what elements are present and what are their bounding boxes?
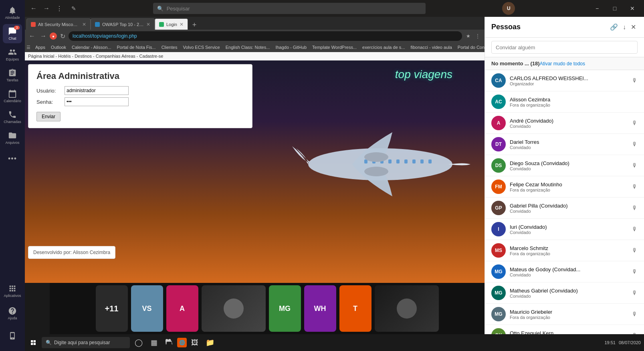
taskbar-search-bar[interactable]: 🔍 Digite aqui para pesquisar [42,337,130,348]
tab-close-1[interactable]: ✕ [146,22,150,27]
browser-container: Alt Security Misconfiguration p... ✕ OWA… [25,17,485,283]
bookmark-english[interactable]: English Class: Notes... [223,44,273,50]
bookmark-exercicios[interactable]: exercícios aula de s... [360,44,407,50]
video-thumb-extra[interactable]: +11 [96,285,128,332]
browser-tab-1[interactable]: OWASP Top 10 - 2017 ✕ [91,18,155,30]
mg-label: MG [279,305,291,313]
bookmark-portal2[interactable]: Portal do Conhec... [455,44,485,50]
taskbar-icon-6[interactable]: 📁 [203,335,217,350]
tab-close-2[interactable]: ✕ [180,22,184,27]
video-thumb-mg[interactable]: MG [269,285,301,332]
taskbar: 🔍 Digite aqui para pesquisar ◯ ▦ 🌐 🖼 📁 1… [25,334,644,351]
bookmark-outlook[interactable]: Outlook [48,44,69,50]
addr-more[interactable]: ⋮ [473,32,482,40]
person-avatar-2: A [491,116,506,130]
sidebar-label-atividade: Atividade [5,16,20,20]
sidebar-item-chamadas[interactable]: Chamadas [3,107,22,127]
browser-reload[interactable]: ● [50,32,57,40]
people-download-icon[interactable]: ↓ [621,22,628,32]
bookmark-clientes[interactable]: Clientes [159,44,180,50]
taskbar-icon-2[interactable]: ▦ [147,335,161,350]
sidebar-item-atividade[interactable]: Atividade [3,3,22,22]
person-item-10[interactable]: MG Matheus Gabriel (Convidado) Convidado… [485,282,644,304]
person-item-7[interactable]: I Iuri (Convidado) Convidado 🎙 [485,219,644,240]
sidebar-item-arquivos[interactable]: Arquivos [3,128,22,147]
person-item-5[interactable]: FM Felipe Cezar Moutinho Fora da organiz… [485,176,644,198]
invite-input[interactable] [491,41,638,54]
people-header: Pessoas 🔗 ↓ ✕ [485,17,644,38]
start-button[interactable] [25,334,42,351]
taskbar-icon-1[interactable]: ◯ [131,335,146,350]
people-close-icon[interactable]: ✕ [629,22,638,32]
person-item-11[interactable]: MG Mauricio Griebeler Fora da organizaçã… [485,304,644,325]
person-item-4[interactable]: DS Diego Souza (Convidado) Convidado 🎙 [485,155,644,176]
sidebar-item-equipes[interactable]: Equipes [3,45,22,64]
sidebar-item-tarefas[interactable]: Tarefas [3,66,22,85]
browser-tab-2[interactable]: Login ✕ [155,18,188,30]
bookmark-portal[interactable]: Portal de Nota Fis... [114,44,158,50]
person-info-6: Gabriel Pilla (Convidado) Convidado [510,203,632,214]
sidebar-item-apps[interactable]: Aplicativos [3,281,22,301]
taskbar-icon-4[interactable]: 🌐 [177,338,187,347]
taskbar-icon-5[interactable]: 🖼 [188,335,202,350]
person-item-6[interactable]: GP Gabriel Pilla (Convidado) Convidado 🎙 [485,198,644,219]
mic-icon-3: 🎙 [632,141,638,147]
person-avatar-3: DT [491,137,506,151]
search-bar[interactable]: 🔍 Pesquisar [153,3,426,14]
bookmark-fibonacci[interactable]: fibonacci - video aula [408,44,454,50]
bookmark-apps[interactable]: Apps [33,44,48,50]
browser-back[interactable]: ← [27,32,37,40]
title-bar: ← → ⋮ ✎ 🔍 Pesquisar U − □ ✕ [25,0,644,17]
tab-label-2: Login [166,22,177,27]
new-tab-button[interactable]: + [190,20,199,30]
video-thumb-live2[interactable] [375,285,439,332]
search-placeholder: Pesquisar [167,6,190,12]
person-item-3[interactable]: DT Dariel Torres Convidado 🎙 [485,134,644,155]
person-avatar-10: MG [491,286,506,300]
sidebar-item-more[interactable]: ••• [3,149,22,168]
browser-forward[interactable]: → [38,32,48,40]
mic-icon-0: 🎙 [632,77,638,84]
bookmark-template[interactable]: Template WordPress... [310,44,359,50]
video-thumb-t[interactable]: T [339,285,371,332]
person-name-6: Gabriel Pilla (Convidado) [510,203,632,209]
edit-button[interactable]: ✎ [68,3,79,14]
mute-all-button[interactable]: Ativar mudo de todos [540,61,585,67]
person-item-0[interactable]: CA CARLOS ALFREDO WEISSHEI... Organizado… [485,70,644,91]
forward-button[interactable]: → [41,3,52,14]
user-avatar[interactable]: U [502,2,515,15]
maximize-button[interactable]: □ [606,3,623,14]
person-item-8[interactable]: MS Marcelo Schmitz Fora da organização 🎙 [485,240,644,261]
browser-tab-0[interactable]: Alt Security Misconfiguration p... ✕ [26,18,91,30]
bookmark-volvo[interactable]: Volvo ECS Service [180,44,222,50]
tab-close-0[interactable]: ✕ [82,22,86,27]
bookmark-calendar[interactable]: Calendar - Alisson... [69,44,113,50]
video-thumb-wh[interactable]: WH [304,285,336,332]
person-item-2[interactable]: A André (Convidado) Convidado 🎙 [485,113,644,134]
sidebar-item-calendario[interactable]: Calendário [3,87,22,106]
address-input[interactable] [69,31,462,41]
sidebar-item-chat[interactable]: 3 Chat [3,24,22,43]
addr-star[interactable]: ★ [464,32,472,40]
vs-label: VS [142,305,151,313]
minimize-button[interactable]: − [589,3,606,14]
person-role-0: Organizador [510,81,632,86]
mic-icon-9: 🎙 [632,268,638,275]
video-thumb-vs[interactable]: VS [131,285,163,332]
browser-refresh[interactable]: ↻ [59,32,67,41]
people-link-icon[interactable]: 🔗 [608,22,620,32]
person-item-9[interactable]: MG Mateus de Godoy (Convidad... Convidad… [485,261,644,282]
back-button[interactable]: ← [28,3,39,14]
video-thumb-live1[interactable] [202,285,266,332]
person-item-1[interactable]: AC Alisson Cezimbra Fora da organização [485,91,644,113]
person-info-1: Alisson Cezimbra Fora da organização [510,97,638,107]
person-info-5: Felipe Cezar Moutinho Fora da organizaçã… [510,182,632,192]
sidebar-item-ajuda[interactable]: Ajuda [3,304,22,323]
bookmark-ihagdo[interactable]: Ihagdo - GitHub [273,44,309,50]
taskbar-icon-3[interactable] [162,335,176,350]
close-button[interactable]: ✕ [624,3,641,14]
svg-point-10 [364,167,388,176]
more-button[interactable]: ⋮ [54,3,65,14]
sidebar-item-device[interactable] [3,326,22,345]
video-thumb-a[interactable]: A [166,285,198,332]
